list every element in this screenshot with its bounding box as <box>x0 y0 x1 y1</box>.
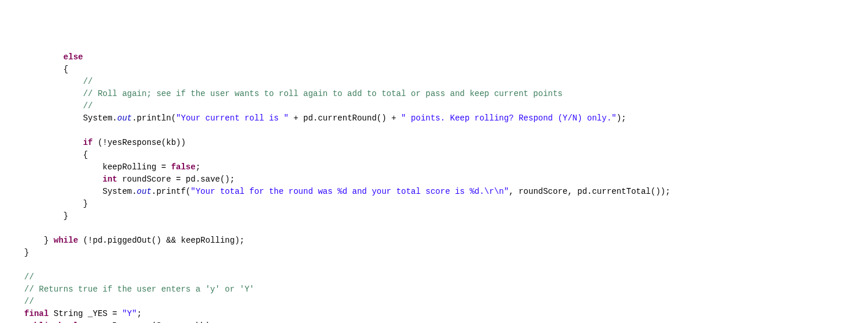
token-comment: // Returns true if the user enters a 'y'… <box>24 285 255 294</box>
token-plain: } <box>24 248 29 257</box>
code-line[interactable]: keepRolling = false; <box>0 161 868 173</box>
code-line[interactable]: // Roll again; see if the user wants to … <box>0 88 868 100</box>
token-kw: false <box>171 162 196 172</box>
code-line[interactable]: System.out.printf("Your total for the ro… <box>0 186 868 198</box>
token-str: "Your total for the round was %d and you… <box>190 187 509 196</box>
code-line[interactable]: System.out.println("Your current roll is… <box>0 112 868 125</box>
code-line[interactable]: } <box>0 198 868 210</box>
code-line[interactable]: // <box>0 76 868 88</box>
token-str: "Y" <box>122 309 137 318</box>
token-plain: } <box>63 211 68 221</box>
code-line[interactable]: else <box>0 51 868 63</box>
token-plain: } <box>44 236 54 245</box>
token-kw: else <box>63 52 83 62</box>
token-kw: if <box>83 138 93 147</box>
token-kw: final <box>24 309 49 318</box>
token-plain: roundScore = pd.save(); <box>117 175 235 184</box>
token-static-field: out <box>117 113 132 123</box>
token-plain: System. <box>103 187 137 196</box>
token-plain: .printf( <box>151 187 190 196</box>
token-str: " points. Keep rolling? Respond (Y/N) on… <box>401 113 617 123</box>
code-line[interactable]: final String _YES = "Y"; <box>0 308 868 320</box>
code-line[interactable] <box>0 259 868 271</box>
token-plain: ; <box>137 309 142 318</box>
code-editor[interactable]: else { // // Roll again; see if the user… <box>0 49 868 323</box>
token-kw: int <box>103 175 117 184</box>
code-line[interactable]: } <box>0 210 868 222</box>
token-plain: (!yesResponse(kb)) <box>93 138 186 147</box>
token-plain: ); <box>616 113 626 123</box>
code-line[interactable] <box>0 125 868 137</box>
code-line[interactable]: // <box>0 271 868 283</box>
code-line[interactable]: public boolean yesResponse(Scanner kb) <box>0 320 868 323</box>
code-line[interactable]: { <box>0 63 868 76</box>
token-comment: // <box>83 101 93 111</box>
token-plain: , roundScore, pd.currentTotal()); <box>509 187 670 196</box>
token-plain: keepRolling = <box>103 162 171 172</box>
code-line[interactable] <box>0 222 868 235</box>
token-comment: // <box>24 272 34 282</box>
token-plain: System. <box>83 113 117 123</box>
code-line[interactable]: int roundScore = pd.save(); <box>0 173 868 186</box>
token-static-field: out <box>137 187 151 196</box>
code-line[interactable]: } while (!pd.piggedOut() && keepRolling)… <box>0 235 868 247</box>
token-plain: + pd.currentRound() + <box>288 113 401 123</box>
token-plain: (!pd.piggedOut() && keepRolling); <box>78 236 245 245</box>
token-comment: // Roll again; see if the user wants to … <box>83 89 562 98</box>
token-plain: { <box>83 150 87 159</box>
token-comment: // <box>24 297 34 306</box>
code-line[interactable]: if (!yesResponse(kb)) <box>0 137 868 149</box>
code-line[interactable]: } <box>0 247 868 259</box>
token-plain: } <box>83 199 87 208</box>
token-plain: .println( <box>132 113 176 123</box>
token-plain: { <box>63 65 68 74</box>
code-line[interactable]: { <box>0 149 868 161</box>
code-line[interactable]: // Returns true if the user enters a 'y'… <box>0 283 868 296</box>
code-line[interactable]: // <box>0 296 868 308</box>
token-plain: String _YES = <box>49 309 122 318</box>
token-str: "Your current roll is " <box>176 113 288 123</box>
code-line[interactable]: // <box>0 100 868 112</box>
token-comment: // <box>83 77 93 86</box>
token-plain: ; <box>196 162 200 172</box>
token-kw: while <box>54 236 78 245</box>
